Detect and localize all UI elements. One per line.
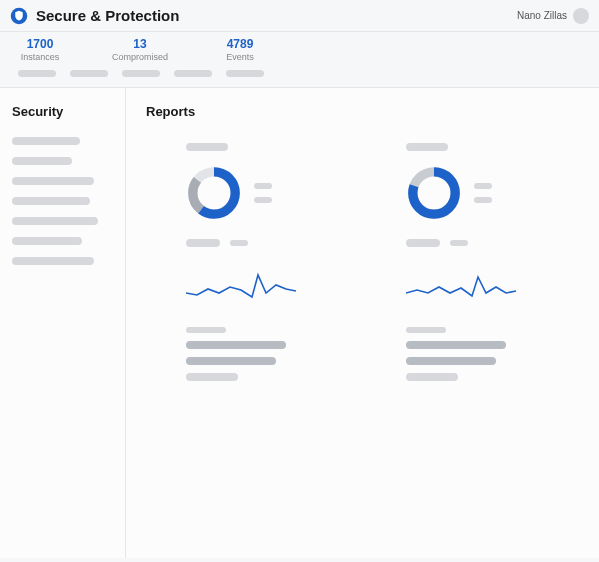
content-title: Reports — [146, 104, 579, 119]
meta-line — [186, 341, 286, 349]
legend-item — [474, 183, 492, 189]
stat-value: 1700 — [10, 37, 70, 51]
donut-chart — [406, 165, 462, 221]
filter-pill[interactable] — [18, 70, 56, 77]
metric-label — [186, 239, 220, 247]
legend-item — [254, 183, 272, 189]
metric-label — [406, 239, 440, 247]
main: Security Reports — [0, 88, 599, 558]
user-name: Nano Zillas — [517, 10, 567, 21]
meta-line — [186, 327, 226, 333]
content: Reports — [126, 88, 599, 558]
filter-pill[interactable] — [122, 70, 160, 77]
sidebar-item[interactable] — [12, 197, 90, 205]
donut-legend — [254, 183, 272, 203]
filter-pill[interactable] — [70, 70, 108, 77]
sidebar-title: Security — [12, 104, 113, 119]
report-card — [186, 143, 346, 389]
sidebar: Security — [0, 88, 126, 558]
meta-line — [186, 357, 276, 365]
card-meta — [186, 327, 346, 381]
app-title: Secure & Protection — [36, 7, 517, 24]
user-menu[interactable]: Nano Zillas — [517, 8, 589, 24]
meta-line — [406, 327, 446, 333]
donut-legend — [474, 183, 492, 203]
stat-compromised[interactable]: 13 Compromised — [110, 37, 170, 62]
meta-line — [406, 373, 458, 381]
metric-value — [450, 240, 468, 246]
topbar: Secure & Protection Nano Zillas — [0, 0, 599, 32]
sparkline-chart — [186, 263, 296, 309]
sidebar-item[interactable] — [12, 177, 94, 185]
filter-pill[interactable] — [174, 70, 212, 77]
report-card — [406, 143, 566, 389]
sidebar-item[interactable] — [12, 217, 98, 225]
sidebar-item[interactable] — [12, 237, 82, 245]
filter-pill[interactable] — [226, 70, 264, 77]
sparkline-chart — [406, 263, 516, 309]
stat-value: 4789 — [210, 37, 270, 51]
stat-value: 13 — [110, 37, 170, 51]
stat-instances[interactable]: 1700 Instances — [10, 37, 70, 62]
filter-pills — [0, 64, 599, 88]
metric-value — [230, 240, 248, 246]
sidebar-item[interactable] — [12, 137, 80, 145]
card-meta — [406, 327, 566, 381]
meta-line — [406, 341, 506, 349]
report-cards — [146, 143, 579, 389]
meta-line — [186, 373, 238, 381]
legend-item — [474, 197, 492, 203]
shield-icon — [10, 7, 28, 25]
donut-chart — [186, 165, 242, 221]
card-heading — [406, 143, 448, 151]
stat-label: Instances — [10, 52, 70, 62]
stat-label: Events — [210, 52, 270, 62]
stats-row: 1700 Instances 13 Compromised 4789 Event… — [0, 32, 599, 64]
sidebar-item[interactable] — [12, 257, 94, 265]
sidebar-item[interactable] — [12, 157, 72, 165]
card-heading — [186, 143, 228, 151]
legend-item — [254, 197, 272, 203]
stat-events[interactable]: 4789 Events — [210, 37, 270, 62]
avatar — [573, 8, 589, 24]
stat-label: Compromised — [110, 52, 170, 62]
meta-line — [406, 357, 496, 365]
